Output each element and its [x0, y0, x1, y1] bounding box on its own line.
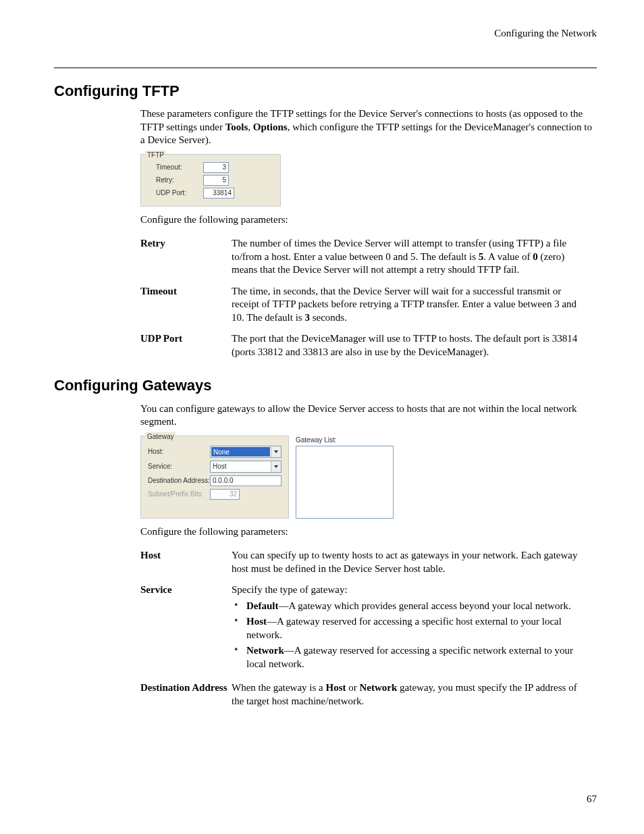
figure-legend: Gateway: [145, 432, 176, 441]
text: When the gateway is a: [232, 682, 326, 693]
tftp-param-table: Retry The number of times the Device Ser…: [140, 233, 586, 363]
figure-legend: TFTP: [145, 151, 166, 159]
param-name: Timeout: [140, 281, 232, 329]
text-bold: Network: [246, 645, 284, 656]
gateway-list-panel: Gateway List:: [296, 436, 394, 519]
text-bold: Default: [246, 600, 279, 611]
input-timeout[interactable]: 3: [203, 162, 229, 173]
text-bold: Tools: [225, 122, 248, 132]
label: Destination Address:: [148, 476, 210, 485]
label-disabled: Subnet/Prefix Bits:: [148, 490, 210, 498]
tftp-configure-line: Configure the following parameters:: [140, 213, 597, 227]
text: ,: [248, 122, 253, 132]
text: Specify the type of gateway:: [232, 583, 586, 597]
gw-row-dest: Destination Address: 0.0.0.0: [148, 475, 281, 486]
text: The time, in seconds, that the Device Se…: [232, 286, 576, 323]
label: Retry:: [146, 176, 203, 184]
tftp-intro: These parameters configure the TFTP sett…: [140, 107, 597, 147]
label: Timeout:: [146, 163, 203, 172]
label: Host:: [148, 447, 210, 456]
page-number: 67: [54, 793, 597, 806]
gw-row-host: Host: None: [148, 446, 281, 458]
header-rule: [54, 68, 597, 68]
param-desc: The port that the DeviceManager will use…: [232, 328, 586, 363]
gateways-configure-line: Configure the following parameters:: [140, 525, 597, 539]
param-name: Destination Address: [140, 677, 232, 712]
param-desc: The time, in seconds, that the Device Se…: [232, 281, 586, 329]
chevron-down-icon[interactable]: [271, 461, 281, 472]
text-bold: Host: [246, 616, 267, 627]
list-item: Host—A gateway reserved for accessing a …: [232, 615, 586, 642]
list-item: Network—A gateway reserved for accessing…: [232, 644, 586, 671]
input-destination[interactable]: 0.0.0.0: [210, 475, 281, 486]
text-bold: 3: [304, 312, 310, 323]
param-desc: Specify the type of gateway: Default—A g…: [232, 579, 586, 677]
gateway-listbox[interactable]: [296, 446, 394, 519]
text: —A gateway reserved for accessing a spec…: [246, 645, 573, 669]
input-retry[interactable]: 5: [203, 175, 229, 186]
param-name: Host: [140, 545, 232, 579]
text: —A gateway which provides general access…: [279, 600, 571, 611]
gateways-intro: You can configure gateways to allow the …: [140, 402, 597, 429]
running-header: Configuring the Network: [54, 27, 597, 41]
list-item: Default—A gateway which provides general…: [232, 600, 586, 613]
param-desc: The number of times the Device Server wi…: [232, 233, 586, 281]
heading-tftp: Configuring TFTP: [54, 82, 597, 101]
text-bold: 0: [533, 251, 538, 262]
text: seconds.: [310, 312, 347, 323]
param-name: UDP Port: [140, 328, 232, 363]
figure-row-timeout: Timeout: 3: [146, 162, 275, 173]
gw-row-service: Service: Host: [148, 461, 281, 473]
param-row-retry: Retry The number of times the Device Ser…: [140, 233, 586, 281]
text: . A value of: [483, 251, 533, 262]
param-desc: When the gateway is a Host or Network ga…: [232, 677, 586, 712]
figure-row-udpport: UDP Port: 33814: [146, 188, 275, 199]
param-row-destination: Destination Address When the gateway is …: [140, 677, 586, 712]
gateways-param-table: Host You can specify up to twenty hosts …: [140, 545, 586, 712]
heading-gateways: Configuring Gateways: [54, 376, 597, 396]
service-list: Default—A gateway which provides general…: [232, 600, 586, 671]
text-bold: Host: [326, 682, 346, 693]
gateway-figure: Gateway Host: None Service: Host Destina…: [140, 436, 597, 519]
dropdown-host[interactable]: None: [210, 446, 281, 458]
chevron-down-icon[interactable]: [271, 446, 281, 457]
gateway-panel: Gateway Host: None Service: Host Destina…: [140, 436, 289, 519]
gw-row-subnet: Subnet/Prefix Bits: 32: [148, 489, 281, 500]
param-name: Retry: [140, 233, 232, 281]
input-subnet: 32: [210, 489, 240, 500]
text: —A gateway reserved for accessing a spec…: [246, 616, 562, 640]
label: Gateway List:: [296, 436, 394, 444]
dropdown-value: Host: [211, 461, 271, 472]
param-row-service: Service Specify the type of gateway: Def…: [140, 579, 586, 677]
tftp-figure: TFTP Timeout: 3 Retry: 5 UDP Port: 33814: [140, 154, 281, 207]
figure-row-retry: Retry: 5: [146, 175, 275, 186]
param-row-host: Host You can specify up to twenty hosts …: [140, 545, 586, 579]
dropdown-service[interactable]: Host: [210, 461, 281, 473]
input-udpport[interactable]: 33814: [203, 188, 234, 199]
param-desc: You can specify up to twenty hosts to ac…: [232, 545, 586, 579]
label: UDP Port:: [146, 188, 203, 197]
param-row-udpport: UDP Port The port that the DeviceManager…: [140, 328, 586, 363]
text-bold: Options: [253, 122, 288, 132]
dropdown-value: None: [211, 447, 270, 457]
label: Service:: [148, 462, 210, 471]
text: or: [346, 682, 360, 693]
param-name: Service: [140, 579, 232, 677]
text-bold: Network: [360, 682, 398, 693]
param-row-timeout: Timeout The time, in seconds, that the D…: [140, 281, 586, 329]
